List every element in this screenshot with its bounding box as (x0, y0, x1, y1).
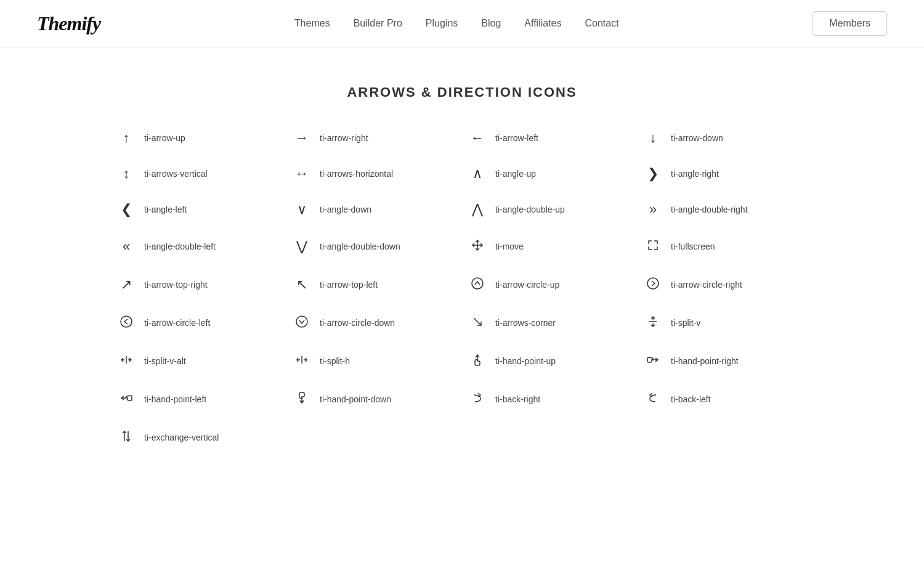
ti-split-h-icon (293, 353, 311, 369)
nav-item-contact[interactable]: Contact (585, 18, 619, 29)
ti-hand-point-down-icon (293, 391, 311, 407)
ti-angle-right-icon: ❯ (644, 167, 662, 181)
icon-item-ti-arrow-top-left: ↖ti-arrow-top-left (293, 277, 456, 293)
icon-item-ti-split-v: ti-split-v (644, 315, 807, 331)
icon-item-ti-arrow-circle-right: ti-arrow-circle-right (644, 277, 807, 293)
ti-angle-double-down-label: ti-angle-double-down (320, 242, 400, 251)
ti-arrow-up-label: ti-arrow-up (144, 133, 185, 143)
icon-item-ti-split-h: ti-split-h (293, 353, 456, 369)
ti-angle-left-label: ti-angle-left (144, 205, 187, 214)
ti-angle-double-down-icon: ⋁ (293, 240, 311, 253)
icon-item-ti-angle-double-down: ⋁ti-angle-double-down (293, 238, 456, 254)
nav-item-themes[interactable]: Themes (294, 18, 330, 29)
icon-item-ti-arrow-right: →ti-arrow-right (293, 131, 456, 145)
ti-angle-down-icon: ∨ (293, 203, 311, 216)
icon-item-ti-back-left: ti-back-left (644, 391, 807, 407)
members-button[interactable]: Members (813, 11, 887, 36)
ti-arrow-up-icon: ↑ (117, 131, 136, 145)
icon-item-ti-hand-point-right: ti-hand-point-right (644, 353, 807, 369)
ti-hand-point-right-label: ti-hand-point-right (671, 356, 739, 366)
ti-angle-left-icon: ❮ (117, 203, 136, 216)
svg-point-2 (472, 278, 483, 289)
icon-item-ti-arrow-down: ↓ti-arrow-down (644, 131, 807, 145)
icon-item-ti-arrow-left: ←ti-arrow-left (468, 131, 631, 145)
icon-item-ti-move: ti-move (468, 238, 631, 254)
ti-arrow-right-label: ti-arrow-right (320, 133, 368, 143)
main-nav: Themify Themes Builder Pro Plugins Blog … (0, 0, 924, 47)
ti-move-icon (468, 238, 487, 254)
ti-arrow-down-icon: ↓ (644, 131, 662, 145)
icon-item-ti-angle-double-up: ⋀ti-angle-double-up (468, 203, 631, 216)
ti-arrow-circle-down-label: ti-arrow-circle-down (320, 318, 395, 328)
ti-arrow-top-right-label: ti-arrow-top-right (144, 280, 208, 290)
ti-arrows-horizontal-icon: ↔ (293, 167, 311, 181)
ti-arrow-circle-left-label: ti-arrow-circle-left (144, 318, 210, 328)
svg-point-3 (647, 278, 659, 289)
icon-item-ti-back-right: ti-back-right (468, 391, 631, 407)
icon-item-ti-arrows-vertical: ↕ti-arrows-vertical (117, 167, 280, 181)
ti-arrow-top-left-icon: ↖ (293, 278, 311, 291)
icons-grid: ↑ti-arrow-up→ti-arrow-right←ti-arrow-lef… (117, 131, 807, 445)
ti-arrow-left-label: ti-arrow-left (495, 133, 538, 143)
ti-back-left-label: ti-back-left (671, 394, 711, 404)
ti-hand-point-right-icon (644, 353, 662, 369)
ti-arrows-vertical-label: ti-arrows-vertical (144, 169, 208, 179)
ti-back-right-icon (468, 391, 487, 407)
icon-item-ti-angle-down: ∨ti-angle-down (293, 203, 456, 216)
ti-hand-point-left-icon (117, 391, 136, 407)
ti-fullscreen-icon (644, 238, 662, 254)
ti-arrows-vertical-icon: ↕ (117, 167, 136, 181)
icon-item-ti-angle-left: ❮ti-angle-left (117, 203, 280, 216)
ti-hand-point-up-label: ti-hand-point-up (495, 356, 556, 366)
ti-angle-down-label: ti-angle-down (320, 205, 371, 214)
ti-split-v-icon (644, 315, 662, 331)
icon-item-ti-arrows-corner: ti-arrows-corner (468, 315, 631, 331)
ti-angle-double-up-label: ti-angle-double-up (495, 205, 565, 214)
ti-angle-up-icon: ∧ (468, 167, 487, 181)
icon-item-ti-fullscreen: ti-fullscreen (644, 238, 807, 254)
ti-back-left-icon (644, 391, 662, 407)
ti-split-v-label: ti-split-v (671, 318, 700, 328)
svg-point-5 (296, 316, 307, 327)
icon-item-ti-arrow-circle-left: ti-arrow-circle-left (117, 315, 280, 331)
ti-angle-right-label: ti-angle-right (671, 169, 719, 179)
icon-item-ti-angle-double-right: »ti-angle-double-right (644, 203, 807, 216)
svg-line-6 (474, 318, 481, 325)
ti-split-v-alt-label: ti-split-v-alt (144, 356, 186, 366)
page-title: ARROWS & DIRECTION ICONS (117, 84, 807, 100)
ti-exchange-vertical-icon (117, 429, 136, 445)
ti-angle-double-right-label: ti-angle-double-right (671, 205, 748, 214)
ti-arrow-right-icon: → (293, 131, 311, 145)
ti-fullscreen-label: ti-fullscreen (671, 242, 715, 251)
ti-arrow-circle-down-icon (293, 315, 311, 331)
icon-item-ti-arrows-horizontal: ↔ti-arrows-horizontal (293, 167, 456, 181)
nav-item-plugins[interactable]: Plugins (426, 18, 458, 29)
icon-item-ti-hand-point-left: ti-hand-point-left (117, 391, 280, 407)
nav-item-builder-pro[interactable]: Builder Pro (354, 18, 402, 29)
ti-angle-double-left-label: ti-angle-double-left (144, 242, 216, 251)
ti-angle-double-up-icon: ⋀ (468, 203, 487, 216)
nav-links: Themes Builder Pro Plugins Blog Affiliat… (294, 18, 619, 29)
icon-item-ti-arrow-top-right: ↗ti-arrow-top-right (117, 277, 280, 293)
icon-item-ti-arrow-circle-up: ti-arrow-circle-up (468, 277, 631, 293)
nav-item-blog[interactable]: Blog (481, 18, 501, 29)
main-content: ARROWS & DIRECTION ICONS ↑ti-arrow-up→ti… (92, 47, 832, 495)
nav-item-affiliates[interactable]: Affiliates (524, 18, 561, 29)
ti-arrow-circle-right-label: ti-arrow-circle-right (671, 280, 742, 290)
ti-split-h-label: ti-split-h (320, 356, 350, 366)
ti-arrow-top-right-icon: ↗ (117, 278, 136, 291)
logo[interactable]: Themify (37, 12, 100, 35)
svg-point-4 (121, 316, 132, 327)
ti-arrow-top-left-label: ti-arrow-top-left (320, 280, 378, 290)
ti-exchange-vertical-label: ti-exchange-vertical (144, 433, 219, 442)
ti-move-label: ti-move (495, 242, 524, 251)
ti-arrows-corner-icon (468, 315, 487, 331)
ti-angle-up-label: ti-angle-up (495, 169, 536, 179)
ti-arrow-circle-left-icon (117, 315, 136, 331)
ti-arrow-down-label: ti-arrow-down (671, 133, 723, 143)
ti-angle-double-right-icon: » (644, 203, 662, 216)
icon-item-ti-exchange-vertical: ti-exchange-vertical (117, 429, 280, 445)
icon-item-ti-arrow-circle-down: ti-arrow-circle-down (293, 315, 456, 331)
ti-arrow-circle-up-label: ti-arrow-circle-up (495, 280, 559, 290)
ti-back-right-label: ti-back-right (495, 394, 540, 404)
